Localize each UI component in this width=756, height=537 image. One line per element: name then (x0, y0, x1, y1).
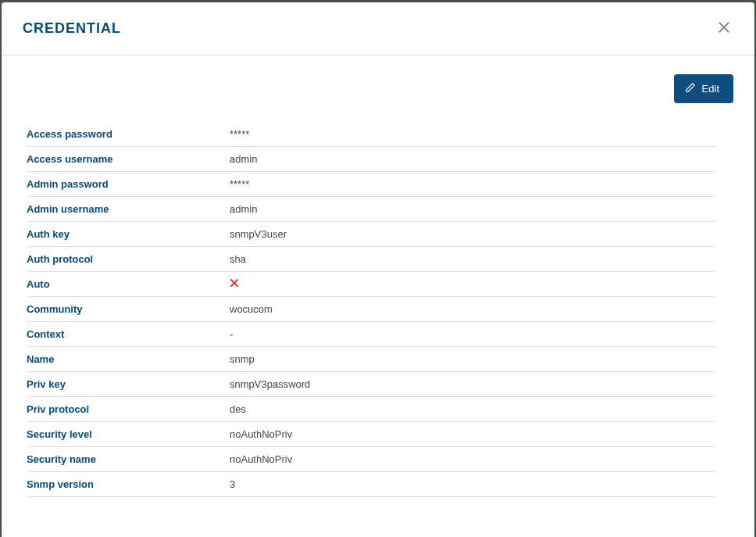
field-label: Name (27, 347, 230, 372)
field-value (230, 272, 716, 297)
table-row: Access password***** (27, 122, 716, 147)
table-row: Admin usernameadmin (27, 197, 716, 222)
modal-body: Edit Access password*****Access username… (2, 55, 754, 537)
table-row: Auto (27, 272, 716, 297)
table-row: Context- (27, 322, 716, 347)
field-value: - (230, 322, 716, 347)
table-row: Namesnmp (27, 347, 716, 372)
field-value: snmpV3user (230, 222, 716, 247)
field-label: Priv protocol (27, 397, 230, 422)
credential-modal: CREDENTIAL Edit Access password* (2, 2, 754, 537)
edit-button[interactable]: Edit (674, 74, 733, 103)
table-row: Auth protocolsha (27, 247, 716, 272)
field-label: Auth key (27, 222, 230, 247)
modal-title: CREDENTIAL (23, 20, 121, 37)
field-value: snmp (230, 347, 716, 372)
field-label: Priv key (27, 372, 230, 397)
field-label: Auth protocol (27, 247, 230, 272)
table-row: Security levelnoAuthNoPriv (27, 422, 716, 447)
pencil-icon (685, 82, 696, 95)
field-value: noAuthNoPriv (230, 447, 716, 472)
credential-table: Access password*****Access usernameadmin… (27, 122, 716, 497)
field-label: Context (27, 322, 230, 347)
close-button[interactable] (713, 16, 735, 41)
table-row: Communitywocucom (27, 297, 716, 322)
field-label: Admin username (27, 197, 230, 222)
field-value: ***** (230, 122, 716, 147)
table-row: Auth keysnmpV3user (27, 222, 716, 247)
table-row: Priv keysnmpV3password (27, 372, 716, 397)
edit-button-label: Edit (702, 83, 719, 95)
field-value: admin (230, 197, 716, 222)
x-icon (230, 278, 239, 288)
field-label: Admin password (27, 172, 230, 197)
modal-header: CREDENTIAL (2, 2, 754, 55)
table-row: Access usernameadmin (27, 147, 716, 172)
field-label: Access password (27, 122, 230, 147)
field-value: wocucom (230, 297, 716, 322)
table-row: Admin password***** (27, 172, 716, 197)
actions-bar: Edit (23, 74, 733, 103)
field-label: Access username (27, 147, 230, 172)
field-value: snmpV3password (230, 372, 716, 397)
field-label: Snmp version (27, 472, 230, 497)
field-value: ***** (230, 172, 716, 197)
table-row: Snmp version3 (27, 472, 716, 497)
field-value: sha (230, 247, 716, 272)
table-row: Priv protocoldes (27, 397, 716, 422)
field-label: Security name (27, 447, 230, 472)
table-row: Security namenoAuthNoPriv (27, 447, 716, 472)
field-label: Security level (27, 422, 230, 447)
field-value: 3 (230, 472, 716, 497)
field-value: admin (230, 147, 716, 172)
field-value: noAuthNoPriv (230, 422, 716, 447)
field-label: Auto (27, 272, 230, 297)
field-label: Community (27, 297, 230, 322)
close-icon (716, 20, 732, 38)
field-value: des (230, 397, 716, 422)
